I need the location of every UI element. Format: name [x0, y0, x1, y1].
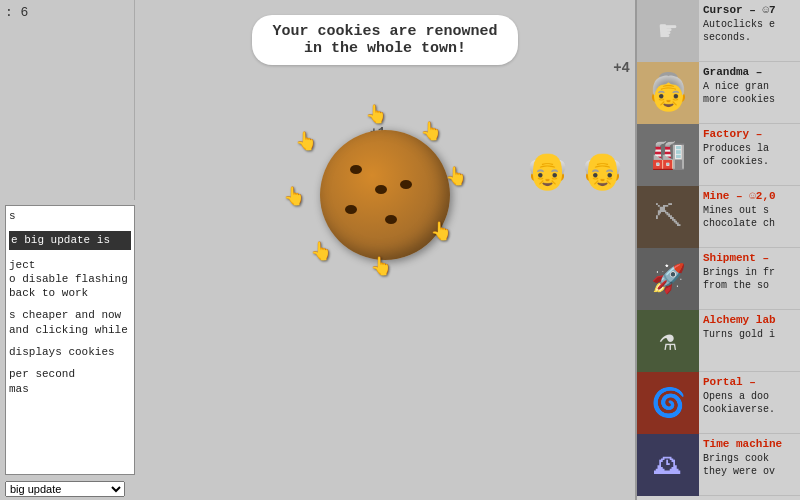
shop-item-alchemy[interactable]: ⚗ Alchemy lab Turns gold i	[637, 310, 800, 372]
cookie-chip	[400, 180, 412, 189]
shop-item-alchemy-desc: Turns gold i	[703, 328, 776, 342]
shop-item-mine-title: Mine – ☺2,0	[703, 189, 776, 204]
news-scrollable[interactable]: s e big update is jecto disable flashing…	[5, 205, 135, 475]
grandma-area: 👴 👴	[525, 150, 625, 194]
shop-item-shipment-desc: Brings in frfrom the so	[703, 266, 775, 293]
notification-line1: Your cookies are renowned	[272, 23, 497, 40]
shop-item-factory-text: Factory – Produces laof cookies.	[699, 124, 773, 185]
plus-four: +4	[613, 60, 630, 76]
cursor-top-right: 👆	[420, 120, 442, 142]
shop-item-mine-img: ⛏	[637, 186, 699, 248]
shop-item-mine-text: Mine – ☺2,0 Mines out schocolate ch	[699, 186, 780, 247]
shop-item-factory-img: 🏭	[637, 124, 699, 186]
shop-item-timemachine[interactable]: 🕰 Time machine Brings cookthey were ov	[637, 434, 800, 496]
shop-item-grandma-text: Grandma – A nice granmore cookies	[699, 62, 779, 123]
shop-item-shipment-text: Shipment – Brings in frfrom the so	[699, 248, 779, 309]
news-dropdown[interactable]: big update cursor grandma	[5, 481, 125, 497]
shop-item-timemachine-desc: Brings cookthey were ov	[703, 452, 782, 479]
shop-item-timemachine-title: Time machine	[703, 437, 782, 452]
shop-item-timemachine-img: 🕰	[637, 434, 699, 496]
cursor-top-left: 👆	[295, 130, 317, 152]
shop-item-cursor-desc: Autoclicks eseconds.	[703, 18, 776, 45]
news-item: displays cookies	[9, 345, 131, 359]
news-panel: s e big update is jecto disable flashing…	[0, 200, 135, 500]
cursor-bottom: 👆	[370, 255, 392, 277]
shop-item-cursor-img: ☛	[637, 0, 699, 62]
news-item: per secondmas	[9, 367, 131, 396]
shop-item-mine[interactable]: ⛏ Mine – ☺2,0 Mines out schocolate ch	[637, 186, 800, 248]
shop-item-factory-desc: Produces laof cookies.	[703, 142, 769, 169]
cursor-left: 👆	[283, 185, 305, 207]
cookie-chip	[345, 205, 357, 214]
shop-item-mine-desc: Mines out schocolate ch	[703, 204, 776, 231]
news-item-highlight: e big update is	[9, 231, 131, 249]
shop-item-alchemy-img: ⚗	[637, 310, 699, 372]
cookie-chip	[375, 185, 387, 194]
shop-item-factory-title: Factory –	[703, 127, 769, 142]
cookie-chip	[385, 215, 397, 224]
shop-item-portal-img: 🌀	[637, 372, 699, 434]
shop-item-shipment-img: 🚀	[637, 248, 699, 310]
shop-item-shipment[interactable]: 🚀 Shipment – Brings in frfrom the so	[637, 248, 800, 310]
news-item: s cheaper and nowand clicking while	[9, 308, 131, 337]
cursor-right: 👆	[445, 165, 467, 187]
grandma-sprite-2: 👴	[580, 153, 625, 194]
shop-item-grandma[interactable]: 👵 Grandma – A nice granmore cookies	[637, 62, 800, 124]
shop-item-grandma-desc: A nice granmore cookies	[703, 80, 775, 107]
shop-item-grandma-title: Grandma –	[703, 65, 775, 80]
cookie-area: +1 +1 +1 👆 👆 👆 👆 👆 👆 👆 👆	[275, 85, 495, 305]
center-area: Your cookies are renowned in the whole t…	[135, 0, 635, 500]
news-item: jecto disable flashingback to work	[9, 258, 131, 301]
shop-item-cursor-title: Cursor – ☺7	[703, 3, 776, 18]
shop-item-timemachine-text: Time machine Brings cookthey were ov	[699, 434, 786, 495]
cookie-chip	[350, 165, 362, 174]
shop-item-portal[interactable]: 🌀 Portal – Opens a dooCookiaverse.	[637, 372, 800, 434]
grandma-sprite-1: 👴	[525, 153, 570, 194]
notification-bubble: Your cookies are renowned in the whole t…	[252, 15, 517, 65]
cursor-bottom-left: 👆	[310, 240, 332, 262]
shop-item-cursor[interactable]: ☛ Cursor – ☺7 Autoclicks eseconds.	[637, 0, 800, 62]
right-panel: ☛ Cursor – ☺7 Autoclicks eseconds. 👵 Gra…	[635, 0, 800, 500]
cookie-count: : 6	[5, 5, 129, 20]
shop-item-factory[interactable]: 🏭 Factory – Produces laof cookies.	[637, 124, 800, 186]
shop-item-grandma-img: 👵	[637, 62, 699, 124]
news-item: s	[9, 209, 131, 223]
notification-line2: in the whole town!	[304, 40, 466, 57]
shop-item-alchemy-title: Alchemy lab	[703, 313, 776, 328]
shop-item-cursor-text: Cursor – ☺7 Autoclicks eseconds.	[699, 0, 780, 61]
shop-item-portal-title: Portal –	[703, 375, 775, 390]
cursor-bottom-right: 👆	[430, 220, 452, 242]
shop-item-portal-desc: Opens a dooCookiaverse.	[703, 390, 775, 417]
shop-item-portal-text: Portal – Opens a dooCookiaverse.	[699, 372, 779, 433]
shop-item-alchemy-text: Alchemy lab Turns gold i	[699, 310, 780, 371]
shop-item-shipment-title: Shipment –	[703, 251, 775, 266]
cursor-top: 👆	[365, 103, 387, 125]
